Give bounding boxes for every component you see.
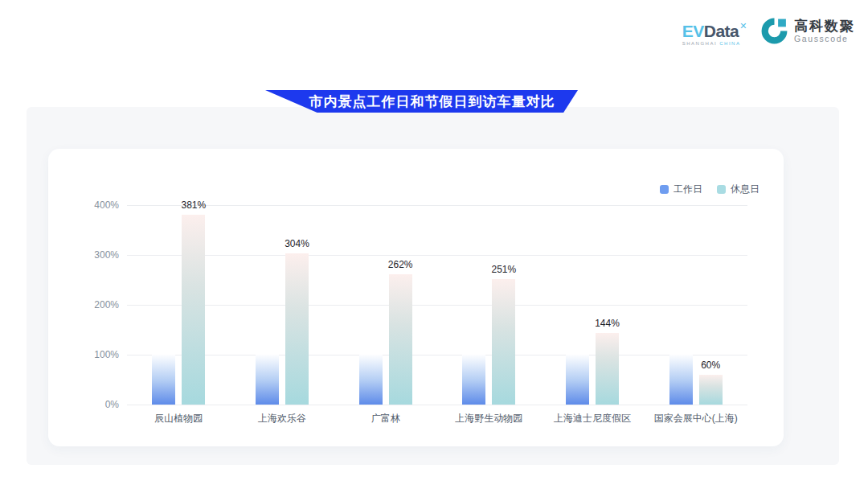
gausscode-cn-name: 高科数聚 xyxy=(794,18,855,34)
bar-restday xyxy=(182,215,205,405)
bar-restday xyxy=(596,333,619,405)
legend-label-workday: 工作日 xyxy=(674,183,702,196)
bar-value-label: 60% xyxy=(701,360,720,371)
bar-group: 251%上海野生动物园 xyxy=(437,205,541,405)
bar-group: 381%辰山植物园 xyxy=(127,205,231,405)
legend-marker-workday xyxy=(660,185,669,194)
bar-group: 262%广富林 xyxy=(334,205,437,405)
bar-restday xyxy=(492,279,515,405)
bar-wrap: 144% xyxy=(596,333,619,405)
page: EVData✕ SHANGHAI CHINA 高科数聚 Gausscode 市内… xyxy=(0,0,868,489)
page-title: 市内景点工作日和节假日到访车量对比 xyxy=(289,92,555,111)
bar-restday xyxy=(285,253,309,405)
bar-wrap: 304% xyxy=(285,253,309,405)
bar-wrap xyxy=(669,355,693,405)
bar-workday xyxy=(359,355,383,405)
bar-group: 144%上海迪士尼度假区 xyxy=(541,205,645,405)
bar-workday xyxy=(462,355,485,405)
gausscode-en-name: Gausscode xyxy=(794,34,855,43)
bar-wrap: 60% xyxy=(699,375,723,405)
category-label: 辰山植物园 xyxy=(154,412,203,425)
bar-group: 60%国家会展中心(上海) xyxy=(644,205,747,405)
plot-area: 0%100%200%300%400%381%辰山植物园304%上海欢乐谷262%… xyxy=(127,205,747,405)
y-axis-tick-label: 200% xyxy=(72,299,119,310)
bar-value-label: 381% xyxy=(181,199,206,211)
bar-workday xyxy=(152,355,175,405)
evdata-x-icon: ✕ xyxy=(739,21,747,31)
legend-item-workday[interactable]: 工作日 xyxy=(660,183,702,196)
evdata-logo: EVData✕ SHANGHAI CHINA xyxy=(682,17,747,46)
bar-value-label: 251% xyxy=(491,264,516,275)
category-label: 上海欢乐谷 xyxy=(258,412,306,425)
category-label: 国家会展中心(上海) xyxy=(654,412,738,425)
evdata-subtext: SHANGHAI CHINA xyxy=(682,41,741,46)
chart-legend: 工作日 休息日 xyxy=(660,183,760,196)
bar-wrap xyxy=(152,355,175,405)
evdata-wordmark: EVData✕ xyxy=(682,17,747,40)
bar-restday xyxy=(389,274,412,405)
bar-groups: 381%辰山植物园304%上海欢乐谷262%广富林251%上海野生动物园144%… xyxy=(127,205,747,405)
evdata-ev-text: EV xyxy=(682,22,704,40)
y-axis-tick-label: 400% xyxy=(72,199,119,211)
bar-wrap xyxy=(566,355,589,405)
bar-restday xyxy=(699,375,723,405)
y-axis-tick-label: 100% xyxy=(72,349,119,360)
legend-label-restday: 休息日 xyxy=(731,183,760,196)
bar-workday xyxy=(669,355,693,405)
bar-wrap xyxy=(359,355,383,405)
bar-wrap: 251% xyxy=(492,279,515,405)
gausscode-g-icon xyxy=(760,16,789,46)
chart-card: 工作日 休息日 0%100%200%300%400%381%辰山植物园304%上… xyxy=(48,149,784,446)
bar-workday xyxy=(566,355,589,405)
gausscode-text: 高科数聚 Gausscode xyxy=(794,18,855,43)
legend-marker-restday xyxy=(717,185,726,194)
bar-value-label: 262% xyxy=(388,259,413,270)
legend-item-restday[interactable]: 休息日 xyxy=(717,183,760,196)
bar-wrap xyxy=(256,355,279,405)
header-logos: EVData✕ SHANGHAI CHINA 高科数聚 Gausscode xyxy=(682,16,855,46)
bar-wrap xyxy=(462,355,485,405)
evdata-data-text: Data xyxy=(704,22,739,40)
bar-wrap: 262% xyxy=(389,274,412,405)
bar-value-label: 304% xyxy=(285,238,309,249)
title-banner: 市内景点工作日和节假日到访车量对比 xyxy=(265,90,578,113)
bar-group: 304%上海欢乐谷 xyxy=(231,205,334,405)
bar-wrap: 381% xyxy=(182,215,205,405)
y-axis-tick-label: 300% xyxy=(72,249,119,261)
gausscode-logo: 高科数聚 Gausscode xyxy=(760,16,855,46)
bar-value-label: 144% xyxy=(595,318,620,329)
bar-workday xyxy=(256,355,279,405)
category-label: 上海迪士尼度假区 xyxy=(554,412,631,425)
gridline xyxy=(127,405,747,405)
category-label: 上海野生动物园 xyxy=(455,412,522,425)
y-axis-tick-label: 0% xyxy=(72,399,119,410)
category-label: 广富林 xyxy=(371,412,400,425)
